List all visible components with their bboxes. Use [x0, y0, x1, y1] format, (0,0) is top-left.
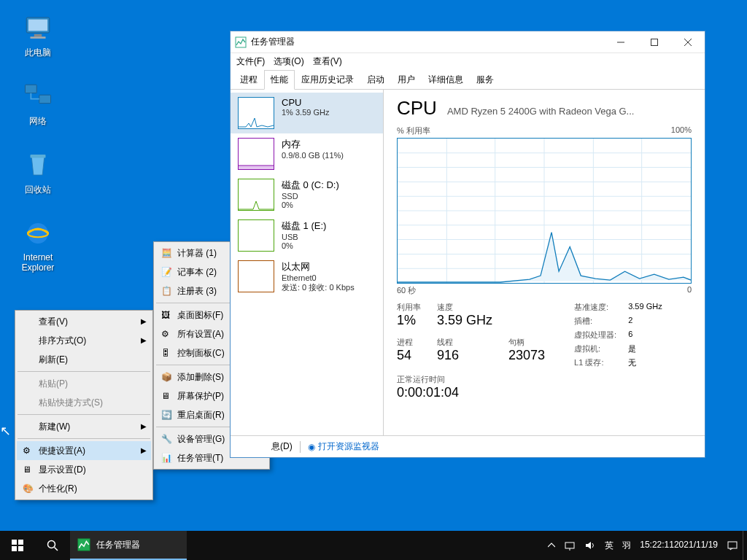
perf-main: CPU AMD Ryzen 5 2400G with Radeon Vega G…	[384, 90, 705, 435]
taskbar-app-label: 任务管理器	[96, 539, 140, 551]
ie-icon	[20, 216, 55, 251]
tab-performance[interactable]: 性能	[264, 70, 295, 90]
open-resource-monitor-link[interactable]: ◉打开资源监视器	[308, 440, 379, 453]
tab-startup[interactable]: 启动	[360, 70, 391, 90]
recycle-bin-icon	[20, 147, 55, 182]
menu-item-personalize[interactable]: 🎨个性化(R)	[17, 479, 151, 498]
tray-volume-icon[interactable]	[580, 531, 600, 560]
system-tray: 英 羽 15:22:11 2021/11/19	[543, 531, 747, 560]
pc-icon	[20, 10, 55, 45]
tab-users[interactable]: 用户	[391, 70, 422, 90]
desktop-icon-network[interactable]: 网络	[10, 79, 66, 128]
menu-item-view[interactable]: 查看(V)▶	[17, 312, 151, 331]
maximize-button[interactable]	[638, 31, 671, 53]
window-title: 任务管理器	[251, 36, 604, 48]
svg-rect-2	[34, 34, 42, 37]
menu-separator	[18, 414, 150, 415]
svg-rect-3	[31, 36, 46, 39]
settings-icon: ⚙	[23, 446, 39, 456]
mini-chart-disk1	[238, 219, 274, 252]
svg-point-7	[28, 223, 48, 244]
desktop-icon-label: 网络	[10, 115, 66, 128]
perf-sidebar: CPU1% 3.59 GHz 内存0.9/8.0 GB (11%) 磁盘 0 (…	[231, 90, 384, 435]
chart-xlabel-left: 60 秒	[397, 285, 416, 296]
tab-details[interactable]: 详细信息	[422, 70, 470, 90]
tab-app-history[interactable]: 应用历史记录	[295, 70, 360, 90]
calculator-icon: 🧮	[161, 248, 177, 258]
show-desktop-button[interactable]	[743, 531, 747, 560]
tab-processes[interactable]: 进程	[233, 70, 264, 90]
mini-chart-ethernet	[238, 260, 274, 292]
minimize-button[interactable]	[604, 31, 638, 53]
screensaver-icon: 🖥	[161, 391, 177, 401]
sidebar-item-disk0[interactable]: 磁盘 0 (C: D:)SSD0%	[231, 174, 383, 215]
desktop-icon-label: Internet Explorer	[10, 252, 66, 273]
perf-footer: 息(D) ◉打开资源监视器	[231, 435, 705, 457]
perf-title: CPU	[397, 97, 437, 120]
menu-item-paste: 粘贴(P)	[17, 374, 151, 393]
chevron-right-icon: ▶	[141, 317, 147, 325]
sidebar-item-memory[interactable]: 内存0.9/8.0 GB (11%)	[231, 133, 383, 174]
tray-network-icon[interactable]	[560, 531, 580, 560]
svg-rect-33	[18, 546, 23, 551]
perf-uptime: 正常运行时间 0:00:01:04	[397, 374, 692, 400]
sidebar-item-disk1[interactable]: 磁盘 1 (E:)USB0%	[231, 215, 383, 256]
sidebar-item-ethernet[interactable]: 以太网Ethernet0发送: 0 接收: 0 Kbps	[231, 256, 383, 298]
personalize-icon: 🎨	[23, 483, 39, 494]
close-button[interactable]	[671, 31, 705, 53]
tray-ime-lang[interactable]: 英	[600, 531, 618, 560]
monitor-icon: ◉	[308, 442, 315, 452]
menu-item-new[interactable]: 新建(W)▶	[17, 417, 151, 436]
menu-item-quick-settings[interactable]: ⚙便捷设置(A)▶	[17, 441, 151, 460]
perf-subtitle: AMD Ryzen 5 2400G with Radeon Vega G...	[447, 106, 692, 117]
sidebar-item-cpu[interactable]: CPU1% 3.59 GHz	[231, 93, 383, 133]
titlebar[interactable]: 任务管理器	[231, 31, 705, 53]
network-icon	[20, 79, 55, 114]
tray-overflow[interactable]	[543, 531, 560, 560]
taskbar: 任务管理器 英 羽 15:22:11 2021/11/19	[0, 531, 747, 560]
tray-clock[interactable]: 15:22:11 2021/11/19	[635, 531, 722, 560]
desktop-icon-this-pc[interactable]: 此电脑	[10, 10, 66, 59]
settings-icon: ⚙	[161, 329, 177, 339]
svg-rect-11	[651, 39, 658, 45]
svg-rect-32	[12, 546, 17, 551]
mini-chart-cpu	[238, 97, 274, 129]
chevron-right-icon: ▶	[141, 446, 147, 454]
menu-item-sort[interactable]: 排序方式(O)▶	[17, 331, 151, 350]
tray-action-center[interactable]	[722, 531, 743, 560]
svg-rect-36	[78, 539, 90, 551]
fewer-details-partial[interactable]: 息(D)	[271, 440, 293, 453]
menu-file[interactable]: 文件(F)	[232, 54, 269, 69]
mini-chart-memory	[238, 138, 274, 170]
device-mgr-icon: 🔧	[161, 434, 177, 444]
tray-date: 2021/11/19	[674, 540, 718, 551]
svg-rect-4	[26, 85, 37, 93]
menu-options[interactable]: 选项(O)	[269, 54, 308, 69]
tray-time: 15:22:11	[640, 540, 674, 551]
taskbar-app-taskmgr[interactable]: 任务管理器	[70, 531, 187, 560]
start-button[interactable]	[0, 531, 35, 560]
menu-separator	[18, 438, 150, 439]
display-icon: 🖥	[23, 464, 39, 475]
menu-item-display-settings[interactable]: 🖥显示设置(D)	[17, 460, 151, 479]
mini-chart-disk0	[238, 179, 274, 211]
tab-services[interactable]: 服务	[470, 70, 500, 90]
svg-rect-5	[39, 95, 51, 103]
tray-ime-mode[interactable]: 羽	[618, 531, 635, 560]
menu-item-refresh[interactable]: 刷新(E)	[17, 350, 151, 369]
taskmgr-icon	[235, 36, 247, 48]
svg-marker-39	[586, 542, 591, 549]
svg-rect-9	[236, 37, 246, 47]
perf-stats-left: 利用率1% 速度3.59 GHz 进程54 线程916 句柄23073	[397, 302, 545, 368]
taskmgr-icon	[77, 538, 90, 551]
desktop-context-menu: 查看(V)▶ 排序方式(O)▶ 刷新(E) 粘贴(P) 粘贴快捷方式(S) 新建…	[15, 310, 153, 500]
cpu-chart	[397, 138, 692, 284]
search-button[interactable]	[35, 531, 70, 560]
svg-rect-30	[12, 540, 17, 545]
svg-rect-1	[28, 20, 47, 31]
desktop-icon-ie[interactable]: Internet Explorer	[10, 216, 66, 273]
svg-point-34	[48, 541, 55, 548]
desktop-icon-recycle-bin[interactable]: 回收站	[10, 147, 66, 196]
chart-ymax: 100%	[671, 125, 692, 136]
menu-view[interactable]: 查看(V)	[309, 54, 347, 69]
